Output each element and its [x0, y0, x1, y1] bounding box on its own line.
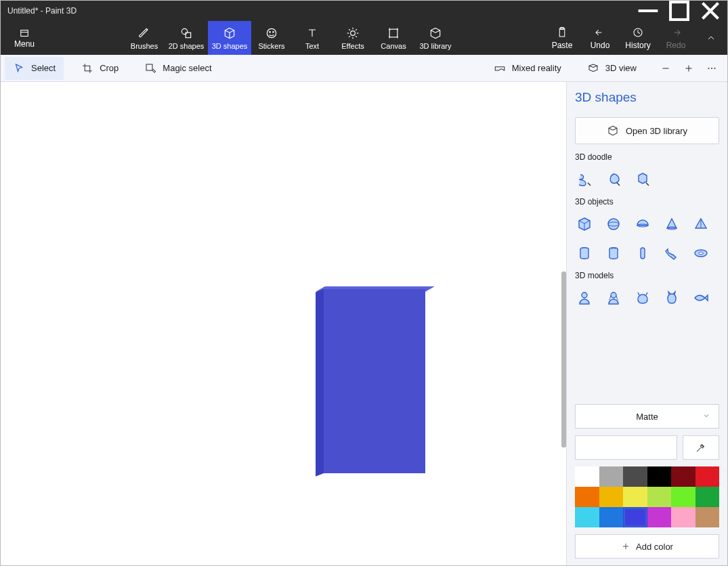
- tab-3d-library[interactable]: 3D library: [414, 21, 457, 55]
- tab-effects[interactable]: Effects: [333, 21, 373, 55]
- color-swatch[interactable]: [599, 466, 624, 487]
- scrollbar[interactable]: [561, 271, 566, 448]
- history-button[interactable]: History: [619, 21, 657, 55]
- svg-rect-1: [670, 2, 688, 20]
- svg-rect-42: [641, 248, 645, 259]
- select-tool[interactable]: Select: [5, 57, 64, 80]
- more-options-button[interactable]: [700, 57, 723, 80]
- tab-2d-shapes[interactable]: 2D shapes: [165, 21, 208, 55]
- section-label-doodle: 3D doodle: [575, 152, 719, 162]
- doodle-shapes: [575, 170, 719, 189]
- chevron-down-icon: [702, 412, 710, 422]
- add-color-button[interactable]: Add color: [575, 534, 719, 559]
- object-shapes: [575, 215, 719, 263]
- model-cat[interactable]: [662, 288, 681, 307]
- button-label: Select: [31, 63, 56, 73]
- object-sphere[interactable]: [604, 215, 623, 234]
- tab-text[interactable]: Text: [292, 21, 333, 55]
- svg-line-18: [356, 29, 357, 30]
- collapse-ribbon-button[interactable]: [695, 21, 727, 55]
- object-cone[interactable]: [662, 215, 681, 234]
- button-label: Undo: [591, 41, 610, 50]
- title-bar: Untitled* - Paint 3D: [1, 1, 727, 21]
- model-fish[interactable]: [691, 288, 710, 307]
- color-swatch[interactable]: [647, 507, 672, 527]
- paste-button[interactable]: Paste: [543, 21, 581, 55]
- tab-brushes[interactable]: Brushes: [124, 21, 165, 55]
- object-curved-cylinder[interactable]: [662, 244, 681, 263]
- svg-point-6: [181, 28, 187, 34]
- model-dog[interactable]: [633, 288, 652, 307]
- tab-label: Effects: [341, 42, 364, 50]
- model-man[interactable]: [575, 288, 594, 307]
- tab-canvas[interactable]: Canvas: [373, 21, 414, 55]
- undo-button[interactable]: Undo: [581, 21, 619, 55]
- tab-label: Brushes: [131, 42, 158, 50]
- eyedropper-button[interactable]: [683, 435, 719, 460]
- dropdown-value: Matte: [636, 412, 658, 422]
- object-torus[interactable]: [691, 244, 710, 263]
- open-3d-library-button[interactable]: Open 3D library: [575, 117, 719, 144]
- color-swatch[interactable]: [671, 507, 695, 527]
- object-hemisphere[interactable]: [633, 215, 652, 234]
- color-swatch[interactable]: [695, 466, 720, 487]
- material-dropdown[interactable]: Matte: [575, 404, 719, 429]
- color-swatch[interactable]: [695, 507, 720, 527]
- svg-point-9: [270, 31, 271, 32]
- tab-label: Text: [305, 42, 319, 50]
- object-cube[interactable]: [575, 215, 594, 234]
- section-label-models: 3D models: [575, 271, 719, 280]
- canvas[interactable]: [1, 82, 566, 565]
- color-swatch[interactable]: [575, 487, 599, 507]
- app-window: Untitled* - Paint 3D Menu Brushes 2D sha…: [0, 0, 728, 566]
- color-swatch[interactable]: [623, 487, 647, 507]
- tab-3d-shapes[interactable]: 3D shapes: [208, 21, 251, 55]
- magic-select-tool[interactable]: Magic select: [136, 57, 219, 80]
- zoom-out-button[interactable]: [654, 57, 677, 80]
- ribbon-right-tools: Paste Undo History Redo: [543, 21, 727, 55]
- section-label-objects: 3D objects: [575, 197, 719, 206]
- button-label: Magic select: [163, 63, 211, 73]
- button-label: 3D view: [605, 63, 637, 73]
- svg-point-45: [582, 292, 587, 298]
- color-swatch[interactable]: [575, 507, 599, 527]
- color-swatch[interactable]: [623, 507, 647, 527]
- 3d-view-button[interactable]: 3D view: [579, 57, 645, 80]
- tab-label: Canvas: [381, 42, 406, 50]
- color-swatch[interactable]: [695, 487, 720, 507]
- color-swatch[interactable]: [647, 487, 672, 507]
- color-swatch[interactable]: [599, 507, 624, 527]
- object-tube[interactable]: [604, 244, 623, 263]
- color-swatch[interactable]: [599, 487, 624, 507]
- tab-stickers[interactable]: Stickers: [251, 21, 292, 55]
- object-cylinder[interactable]: [575, 244, 594, 263]
- color-swatch[interactable]: [671, 487, 695, 507]
- crop-tool[interactable]: Crop: [73, 57, 127, 80]
- color-swatch[interactable]: [647, 466, 672, 487]
- button-label: Add color: [636, 542, 673, 552]
- model-woman[interactable]: [604, 288, 623, 307]
- menu-label: Menu: [14, 39, 35, 49]
- object-pyramid[interactable]: [691, 215, 710, 234]
- mixed-reality-button[interactable]: Mixed reality: [486, 57, 570, 80]
- color-swatch[interactable]: [671, 466, 695, 487]
- doodle-tube[interactable]: [633, 170, 652, 189]
- button-label: Redo: [666, 41, 686, 50]
- svg-point-44: [699, 252, 704, 255]
- maximize-button[interactable]: [664, 1, 695, 21]
- color-swatch[interactable]: [623, 466, 647, 487]
- object-capsule[interactable]: [633, 244, 652, 263]
- color-palette: [575, 466, 719, 527]
- svg-point-35: [608, 219, 619, 230]
- menu-button[interactable]: Menu: [1, 21, 48, 55]
- zoom-in-button[interactable]: [677, 57, 700, 80]
- doodle-sharp-edge[interactable]: [575, 170, 594, 189]
- color-hex-input[interactable]: [575, 435, 677, 460]
- window-title: Untitled* - Paint 3D: [7, 6, 77, 16]
- button-label: Crop: [100, 63, 119, 73]
- minimize-button[interactable]: [633, 1, 664, 21]
- color-swatch[interactable]: [575, 466, 599, 487]
- close-button[interactable]: [695, 1, 726, 21]
- tab-label: Stickers: [258, 42, 284, 50]
- doodle-soft-edge[interactable]: [604, 170, 623, 189]
